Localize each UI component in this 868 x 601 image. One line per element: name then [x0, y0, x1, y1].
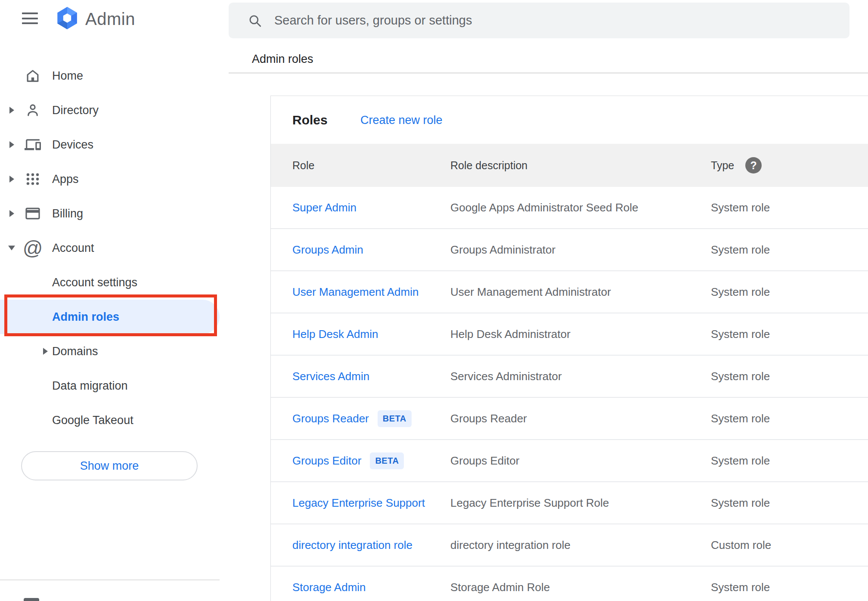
- sidebar-item-google-takeout[interactable]: Google Takeout: [0, 403, 229, 437]
- role-description: Groups Reader: [450, 398, 527, 439]
- role-link[interactable]: Legacy Enterprise Support: [292, 496, 425, 510]
- chevron-down-icon[interactable]: [8, 246, 15, 251]
- chevron-right-icon[interactable]: [43, 348, 48, 355]
- role-type: System role: [711, 482, 770, 524]
- role-link[interactable]: User Management Admin: [292, 285, 418, 299]
- role-description: Legacy Enterprise Support Role: [450, 482, 609, 524]
- sidebar-item-data-migration[interactable]: Data migration: [0, 369, 229, 403]
- sidebar-item-label: Domains: [52, 345, 98, 358]
- role-description: Groups Editor: [450, 440, 519, 481]
- chevron-right-icon[interactable]: [9, 176, 14, 183]
- role-description: Groups Administrator: [450, 229, 555, 270]
- role-link[interactable]: Groups Editor: [292, 454, 361, 468]
- role-link[interactable]: Groups Reader: [292, 412, 369, 425]
- role-type: System role: [711, 229, 770, 270]
- sidebar: Home Directory Devices: [0, 59, 229, 437]
- sidebar-bottom-divider: [0, 579, 220, 580]
- chevron-right-icon[interactable]: [9, 141, 14, 148]
- table-row: Legacy Enterprise Support Legacy Enterpr…: [271, 482, 868, 524]
- role-link[interactable]: directory integration role: [292, 539, 412, 552]
- sidebar-item-label: Admin roles: [52, 310, 119, 324]
- person-icon: [24, 102, 41, 119]
- role-description: Storage Admin Role: [450, 567, 550, 601]
- table-row: Groups Reader BETA Groups Reader System …: [271, 398, 868, 440]
- chevron-right-icon[interactable]: [9, 210, 14, 217]
- table-row: Services Admin Services Administrator Sy…: [271, 356, 868, 398]
- admin-console-screen: Admin Admin roles Home: [0, 0, 868, 601]
- search-icon: [248, 13, 262, 28]
- role-description: directory integration role: [450, 524, 570, 566]
- help-icon[interactable]: ?: [745, 157, 762, 173]
- at-icon: @: [24, 239, 41, 257]
- table-header-row: Role Role description Type ?: [271, 144, 868, 187]
- sidebar-item-account[interactable]: @ Account: [0, 231, 229, 265]
- role-type: System role: [711, 313, 770, 355]
- beta-badge: BETA: [378, 410, 412, 427]
- role-type: System role: [711, 567, 770, 601]
- column-header-type: Type ?: [711, 144, 762, 187]
- sidebar-item-account-settings[interactable]: Account settings: [0, 265, 229, 300]
- role-description: Services Administrator: [450, 356, 562, 397]
- search-bar: [229, 3, 849, 38]
- role-description: User Management Administrator: [450, 271, 611, 313]
- apps-grid-icon: [24, 170, 41, 188]
- role-type: System role: [711, 271, 770, 313]
- beta-badge: BETA: [370, 452, 404, 469]
- sidebar-item-label: Devices: [52, 138, 93, 152]
- show-more-button[interactable]: Show more: [21, 451, 198, 480]
- table-row: Groups Admin Groups Administrator System…: [271, 229, 868, 271]
- admin-hexagon-logo-icon: [56, 6, 79, 31]
- devices-icon: [24, 136, 41, 153]
- page-title: Roles: [292, 113, 328, 127]
- roles-card: Roles Create new role Role Role descript…: [270, 96, 868, 601]
- sidebar-item-admin-roles[interactable]: Admin roles: [0, 300, 220, 334]
- column-header-role-description: Role description: [450, 144, 527, 187]
- sidebar-item-domains[interactable]: Domains: [0, 334, 229, 369]
- role-link[interactable]: Super Admin: [292, 201, 356, 214]
- table-row: directory integration role directory int…: [271, 524, 868, 567]
- sidebar-item-label: Account settings: [52, 276, 137, 289]
- column-header-type-label: Type: [711, 159, 734, 172]
- role-link[interactable]: Help Desk Admin: [292, 328, 378, 341]
- table-row: Help Desk Admin Help Desk Administrator …: [271, 313, 868, 356]
- hamburger-menu-icon[interactable]: [22, 12, 38, 24]
- sidebar-item-label: Google Takeout: [52, 414, 133, 427]
- roles-card-header: Roles Create new role: [271, 96, 868, 144]
- role-description: Google Apps Administrator Seed Role: [450, 187, 638, 228]
- role-type: System role: [711, 187, 770, 228]
- sidebar-item-label: Account: [52, 242, 94, 255]
- role-type: System role: [711, 440, 770, 481]
- table-row: User Management Admin User Management Ad…: [271, 271, 868, 313]
- sidebar-item-label: Data migration: [52, 379, 128, 393]
- sidebar-item-label: Directory: [52, 104, 99, 117]
- breadcrumb: Admin roles: [252, 53, 313, 66]
- table-row: Super Admin Google Apps Administrator Se…: [271, 187, 868, 229]
- role-type: System role: [711, 356, 770, 397]
- table-row: Storage Admin Storage Admin Role System …: [271, 567, 868, 601]
- create-new-role-link[interactable]: Create new role: [360, 113, 443, 127]
- sidebar-item-directory[interactable]: Directory: [0, 93, 229, 127]
- credit-card-icon: [24, 205, 41, 222]
- role-link[interactable]: Groups Admin: [292, 243, 363, 257]
- column-header-role: Role: [292, 144, 314, 187]
- partial-sidebar-icon: [24, 598, 39, 601]
- search-input[interactable]: [262, 3, 849, 38]
- header-divider: [229, 72, 868, 74]
- sidebar-item-label: Apps: [52, 173, 79, 186]
- role-link[interactable]: Services Admin: [292, 370, 369, 383]
- role-type: System role: [711, 398, 770, 439]
- home-icon: [24, 67, 41, 84]
- sidebar-item-devices[interactable]: Devices: [0, 127, 229, 162]
- chevron-right-icon[interactable]: [9, 107, 14, 114]
- app-title: Admin: [85, 9, 135, 29]
- sidebar-item-label: Home: [52, 69, 83, 83]
- role-type: Custom role: [711, 524, 771, 566]
- role-link[interactable]: Storage Admin: [292, 581, 366, 594]
- sidebar-item-apps[interactable]: Apps: [0, 162, 229, 196]
- sidebar-item-label: Billing: [52, 207, 83, 220]
- table-row: Groups Editor BETA Groups Editor System …: [271, 440, 868, 482]
- google-admin-logo[interactable]: Admin: [56, 6, 135, 31]
- role-description: Help Desk Administrator: [450, 313, 570, 355]
- sidebar-item-billing[interactable]: Billing: [0, 196, 229, 231]
- sidebar-item-home[interactable]: Home: [0, 59, 229, 93]
